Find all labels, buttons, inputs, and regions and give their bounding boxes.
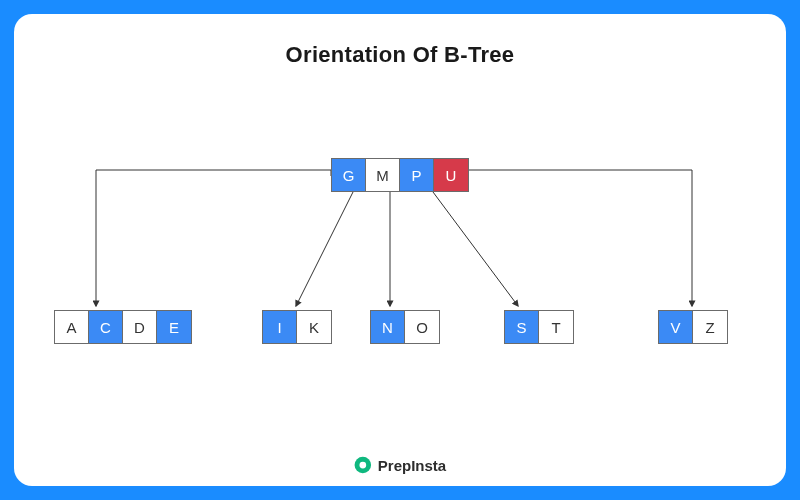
svg-point-1 [359, 462, 366, 469]
edge-to-child-1 [296, 192, 353, 306]
child-node-3: S T [504, 310, 574, 344]
diagram-stage: G M P U A C D E I K N O S T V [38, 74, 762, 434]
c0-key-0: A [55, 311, 89, 343]
c2-key-1: O [405, 311, 439, 343]
diagram-card: Orientation Of B-Tree [14, 14, 786, 486]
edge-to-child-0 [96, 170, 331, 306]
root-key-3: U [434, 159, 468, 191]
root-key-2: P [400, 159, 434, 191]
c1-key-1: K [297, 311, 331, 343]
c2-key-0: N [371, 311, 405, 343]
c4-key-1: Z [693, 311, 727, 343]
brand-logo-icon [354, 456, 372, 474]
root-key-1: M [366, 159, 400, 191]
child-node-0: A C D E [54, 310, 192, 344]
c3-key-0: S [505, 311, 539, 343]
c0-key-1: C [89, 311, 123, 343]
child-node-1: I K [262, 310, 332, 344]
child-node-2: N O [370, 310, 440, 344]
c3-key-1: T [539, 311, 573, 343]
root-key-0: G [332, 159, 366, 191]
c0-key-2: D [123, 311, 157, 343]
c4-key-0: V [659, 311, 693, 343]
brand-footer: PrepInsta [354, 456, 446, 474]
child-node-4: V Z [658, 310, 728, 344]
root-node: G M P U [331, 158, 469, 192]
c1-key-0: I [263, 311, 297, 343]
brand-name: PrepInsta [378, 457, 446, 474]
edge-to-child-4 [468, 170, 692, 306]
svg-rect-2 [357, 469, 362, 471]
edge-to-child-3 [433, 192, 518, 306]
c0-key-3: E [157, 311, 191, 343]
diagram-title: Orientation Of B-Tree [38, 42, 762, 68]
edges-svg [38, 74, 762, 434]
